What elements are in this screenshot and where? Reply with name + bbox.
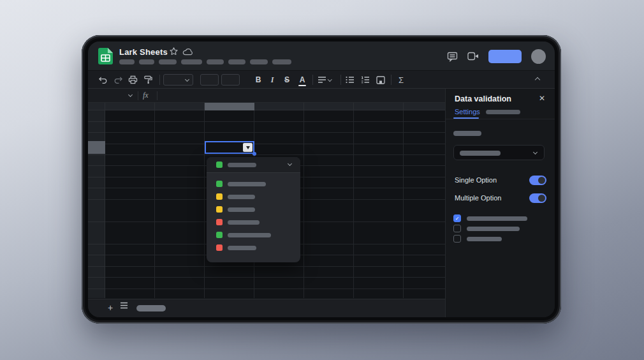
dropdown-selected-row[interactable] [207,157,300,173]
selected-column-header[interactable] [205,103,254,110]
toggle-knob [538,195,545,202]
toolbar-divider [340,75,341,85]
dropdown-option[interactable] [207,229,300,241]
spreadsheet-area: fx [88,89,445,317]
font-size-input[interactable] [200,74,219,86]
document-title[interactable]: Lark Sheets [119,47,168,57]
chevron-down-icon [533,150,538,154]
fx-icon: fx [143,91,149,100]
menu-item-placeholder[interactable] [250,59,268,64]
italic-button[interactable]: I [266,71,279,89]
app-window: Lark Sheets [88,41,555,317]
dropdown-triangle-icon [246,146,250,149]
checkbox-checked[interactable]: ✓ [453,214,461,222]
option-label-placeholder [228,163,256,167]
font-size-stepper[interactable] [221,74,240,86]
selected-row-header[interactable] [88,141,105,154]
strikethrough-button[interactable]: S [281,71,293,89]
bullet-list-button[interactable] [344,71,356,89]
option-color-chip [216,219,223,225]
column-headers[interactable] [105,103,445,110]
multiple-option-toggle[interactable] [529,193,546,203]
undo-button[interactable] [96,71,109,89]
single-option-toggle[interactable] [529,176,546,185]
tablet-frame: Lark Sheets [82,35,561,324]
tab-placeholder[interactable] [486,110,520,114]
name-box-chevron-icon[interactable] [128,93,133,97]
share-button[interactable] [488,50,522,63]
sheets-app-icon [98,48,113,64]
criteria-label-placeholder [453,131,481,136]
toggle-knob [538,177,545,184]
menu-item-placeholder[interactable] [272,59,291,64]
select-value-placeholder [460,151,501,156]
multiple-option-label: Multiple Option [455,194,501,202]
cell-options-dropdown [207,157,300,262]
text-color-button[interactable]: A [296,71,309,89]
option-label-placeholder [228,220,260,225]
cell-dropdown-button[interactable] [243,143,252,152]
sheet-list-button[interactable] [120,302,128,309]
desktop-background: Lark Sheets [0,0,644,360]
star-icon[interactable] [169,47,179,56]
menu-item-placeholder[interactable] [207,59,224,64]
print-button[interactable] [126,71,139,89]
toolbar: B I S A [88,71,555,89]
video-call-icon[interactable] [467,52,479,61]
text-color-glyph: A [300,75,305,84]
content-area: fx [88,89,555,317]
merge-cells-button[interactable] [374,71,387,89]
menu-item-placeholder[interactable] [228,59,245,64]
option-label-placeholder [228,233,271,237]
dropdown-option[interactable] [207,216,300,229]
single-option-label: Single Option [455,176,497,184]
dropdown-option[interactable] [207,241,300,254]
add-sheet-button[interactable]: + [105,302,116,313]
avatar[interactable] [531,49,546,64]
option-row [453,224,548,234]
checkbox-unchecked[interactable] [453,225,461,232]
paint-format-button[interactable] [142,71,154,89]
multiple-option-row: Multiple Option [455,193,546,204]
toolbar-divider [159,75,160,85]
toolbar-divider [312,75,313,85]
menu-item-placeholder[interactable] [159,59,177,64]
align-button[interactable] [316,71,333,89]
redo-button[interactable] [112,71,124,89]
menu-item-placeholder[interactable] [139,59,154,64]
bold-button[interactable]: B [252,71,265,89]
font-family-select[interactable] [163,74,193,86]
sum-function-button[interactable]: Σ [395,71,407,89]
menu-item-placeholder[interactable] [119,59,135,64]
option-color-chip [216,206,223,213]
formula-bar[interactable]: fx [88,89,445,103]
data-validation-panel: Data validation ✕ Settings Single Option [445,89,555,317]
numbered-list-button[interactable] [359,71,372,89]
option-text-placeholder [467,237,502,241]
fill-handle[interactable] [252,152,256,156]
sheet-tab-bar: + [88,299,445,317]
chevron-down-icon [328,77,332,81]
option-text-placeholder [467,227,520,231]
dropdown-option-list [207,177,300,254]
select-all-corner[interactable] [88,103,105,110]
selected-cell[interactable] [205,141,254,154]
option-label-placeholder [228,207,255,212]
dropdown-option[interactable] [207,177,300,190]
close-icon[interactable]: ✕ [537,93,547,103]
option-checkbox-list: ✓ [453,214,548,244]
checkbox-unchecked[interactable] [453,235,461,243]
tab-settings[interactable]: Settings [455,108,480,116]
option-color-chip [216,193,223,200]
criteria-select[interactable] [453,145,545,160]
cloud-sync-icon[interactable] [182,47,193,56]
dropdown-option[interactable] [207,190,300,203]
active-sheet-tab[interactable] [136,305,166,311]
collapse-toolbar-button[interactable] [531,71,544,89]
option-color-chip [216,232,223,238]
comments-icon[interactable] [447,51,458,62]
dropdown-option[interactable] [207,203,300,216]
app-header: Lark Sheets [88,41,555,71]
menu-item-placeholder[interactable] [181,59,202,64]
row-headers[interactable] [88,110,105,298]
